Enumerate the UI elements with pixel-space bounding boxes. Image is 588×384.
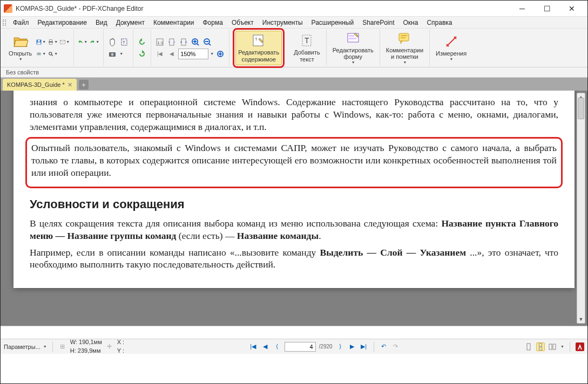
- menu-window[interactable]: Окна: [400, 18, 422, 28]
- menu-tools[interactable]: Инструменты: [259, 18, 307, 28]
- menubar-grip[interactable]: [3, 19, 6, 26]
- menu-object[interactable]: Объект: [228, 18, 258, 28]
- zoom-input[interactable]: [178, 49, 208, 59]
- chevron-down-icon[interactable]: ▼: [210, 52, 214, 56]
- measure-group: Измерения ▼: [430, 30, 472, 66]
- options-label: Параметры...: [4, 344, 40, 350]
- edit-form-label-1: Редактировать: [333, 47, 374, 54]
- redo-button[interactable]: ▼: [89, 37, 100, 47]
- add-text-group: T Добавить текст: [288, 30, 327, 66]
- no-properties-bar: Без свойств: [1, 67, 587, 78]
- comments-markup-button[interactable]: Комментарии и пометки ▼: [383, 31, 426, 65]
- zoom-extent-button[interactable]: [215, 49, 226, 59]
- adobe-icon[interactable]: [576, 342, 584, 351]
- history-back-button[interactable]: ↶: [380, 342, 388, 351]
- print-button[interactable]: ▼: [48, 37, 58, 47]
- document-tab-label: KOMPAS-3D_Guide *: [7, 81, 65, 88]
- menu-form[interactable]: Форма: [199, 18, 226, 28]
- select-text-button[interactable]: T: [119, 37, 130, 47]
- first-page-nav-button[interactable]: |◀: [249, 342, 258, 351]
- svg-rect-5: [50, 42, 52, 44]
- rotate-ccw-button[interactable]: [137, 37, 147, 47]
- tabbar: KOMPAS-3D_Guide * ✕ ＋: [1, 78, 587, 91]
- chevron-down-icon[interactable]: ▼: [560, 345, 564, 348]
- single-page-layout-button[interactable]: [524, 342, 533, 351]
- measure-button[interactable]: Измерения ▼: [433, 31, 469, 65]
- chevron-down-icon[interactable]: ▼: [119, 52, 123, 56]
- separator: [374, 342, 374, 352]
- toggle-rulers-button[interactable]: ⊞: [58, 342, 67, 351]
- email-button[interactable]: ▼: [59, 37, 70, 47]
- close-tab-button[interactable]: ✕: [67, 81, 72, 88]
- snapshot-button[interactable]: [107, 49, 118, 59]
- page-size-wh: W: 190,1мм H: 239,9мм: [70, 339, 102, 354]
- prev-view-nav-button[interactable]: ⟨: [273, 342, 281, 351]
- zoom-in-button[interactable]: [190, 37, 201, 47]
- save-button[interactable]: ▼: [36, 37, 46, 47]
- open-button[interactable]: Открыть ▼: [6, 31, 35, 65]
- fit-actual-button[interactable]: 1:1: [154, 37, 165, 47]
- two-page-layout-button[interactable]: [548, 342, 557, 351]
- scan-button[interactable]: ▼: [36, 49, 46, 59]
- zoom-out-button[interactable]: [202, 37, 213, 47]
- horizontal-scroll-gutter: [1, 326, 587, 339]
- fit-width-button[interactable]: [178, 37, 189, 47]
- rotate-cw-button[interactable]: [137, 49, 147, 59]
- titlebar: KOMPAS-3D_Guide* - PDF-XChange Editor ─ …: [1, 1, 587, 17]
- chevron-down-icon: ▼: [403, 60, 407, 65]
- statusbar: Параметры... ▼ ⊞ W: 190,1мм H: 239,9мм ✛…: [1, 339, 587, 354]
- svg-rect-26: [349, 35, 354, 37]
- vertical-scrollbar[interactable]: ▲ ▼: [577, 93, 585, 324]
- history-fwd-button[interactable]: ↷: [391, 342, 400, 351]
- edit-form-group: Редактировать форму ▼: [327, 30, 380, 66]
- continuous-layout-button[interactable]: [536, 342, 545, 351]
- page-width-label: W: 190,1мм: [70, 339, 102, 346]
- crosshair-icon: ✛: [105, 342, 114, 351]
- first-page-button[interactable]: |◀: [154, 49, 165, 59]
- document-viewport[interactable]: знания о компьютере и операционной систе…: [1, 91, 587, 326]
- menu-advanced[interactable]: Расширенный: [308, 18, 358, 28]
- menu-comments[interactable]: Комментарии: [150, 18, 198, 28]
- menu-view[interactable]: Вид: [92, 18, 111, 28]
- next-view-nav-button[interactable]: ⟩: [336, 342, 344, 351]
- document-tab[interactable]: KOMPAS-3D_Guide * ✕: [3, 79, 77, 91]
- options-button[interactable]: Параметры... ▼: [4, 344, 47, 350]
- svg-rect-31: [539, 347, 542, 349]
- menubar: Файл Редактирование Вид Документ Коммент…: [1, 17, 587, 29]
- find-button[interactable]: ▼: [48, 49, 58, 59]
- scroll-down-button[interactable]: ▼: [577, 316, 585, 323]
- menu-help[interactable]: Справка: [423, 18, 456, 28]
- prev-page-nav-button[interactable]: ◀: [261, 342, 269, 351]
- edit-content-group: T Редактировать содержимое: [229, 30, 288, 66]
- page-number-input[interactable]: [285, 342, 316, 352]
- svg-rect-32: [549, 344, 552, 349]
- page-total-label: /2920: [319, 344, 333, 349]
- new-tab-button[interactable]: ＋: [79, 80, 89, 90]
- no-properties-label: Без свойств: [6, 69, 39, 76]
- menu-file[interactable]: Файл: [9, 18, 33, 28]
- p4-text-a: Например, если в описании команды написа…: [30, 247, 320, 258]
- menu-document[interactable]: Документ: [112, 18, 148, 28]
- svg-rect-29: [527, 344, 530, 350]
- add-text-label-2: текст: [300, 56, 314, 63]
- maximize-button[interactable]: ☐: [535, 1, 559, 17]
- undo-button[interactable]: ▼: [77, 37, 88, 47]
- edit-content-button[interactable]: T Редактировать содержимое: [235, 31, 282, 65]
- comments-label-1: Комментарии: [386, 47, 423, 54]
- last-page-nav-button[interactable]: ▶|: [360, 342, 368, 351]
- minimize-button[interactable]: ─: [510, 1, 535, 17]
- close-window-button[interactable]: ✕: [559, 1, 584, 17]
- svg-rect-1: [37, 42, 40, 44]
- add-text-button[interactable]: T Добавить текст: [291, 31, 323, 65]
- svg-rect-33: [553, 344, 556, 349]
- prev-page-button[interactable]: ◀: [166, 49, 177, 59]
- fit-page-button[interactable]: [166, 37, 177, 47]
- scroll-thumb[interactable]: [578, 98, 584, 119]
- hand-tool-button[interactable]: [107, 37, 118, 47]
- p3-text-a: В целях сокращения текста для описания в…: [30, 218, 441, 229]
- menu-edit[interactable]: Редактирование: [34, 18, 91, 28]
- next-page-nav-button[interactable]: ▶: [348, 342, 356, 351]
- edit-form-button[interactable]: Редактировать форму ▼: [330, 31, 376, 65]
- menu-sharepoint[interactable]: SharePoint: [359, 18, 398, 28]
- pdf-page[interactable]: знания о компьютере и операционной систе…: [13, 91, 575, 288]
